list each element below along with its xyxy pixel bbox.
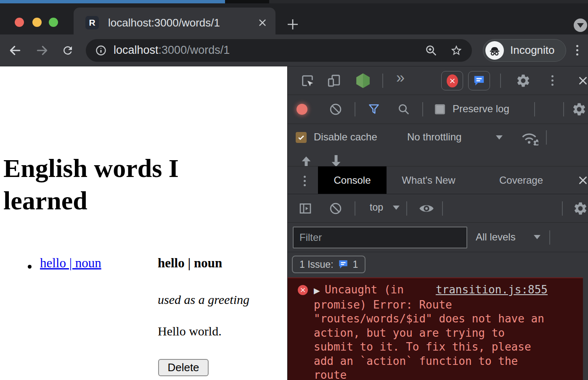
tab-title: localhost:3000/words/1: [108, 16, 258, 29]
devtools-main-toolbar: »: [288, 66, 588, 95]
devtools-settings-icon[interactable]: [516, 73, 531, 88]
har-buttons-row: [288, 151, 588, 166]
chevron-down-icon: [577, 23, 584, 28]
separator: [382, 74, 383, 88]
issues-bubble-icon: [473, 74, 485, 87]
separator: [549, 230, 550, 245]
network-settings-icon[interactable]: [572, 102, 587, 117]
devtools-menu-icon[interactable]: [551, 75, 554, 86]
issues-badge[interactable]: [468, 71, 490, 90]
new-tab-button[interactable]: [286, 18, 299, 31]
word-example: Hello world.: [158, 324, 222, 338]
delete-button[interactable]: Delete: [158, 359, 209, 376]
console-issues-row: 1 Issue: 1: [288, 252, 588, 277]
search-icon[interactable]: [397, 103, 410, 116]
separator: [355, 201, 355, 216]
console-settings-icon[interactable]: [573, 201, 588, 216]
drawer-menu-icon[interactable]: [304, 176, 306, 186]
log-levels-select[interactable]: All levels: [476, 231, 516, 243]
tab-coverage[interactable]: Coverage: [485, 166, 557, 194]
chevron-down-icon[interactable]: [393, 206, 400, 210]
preserve-log-label[interactable]: Preserve log: [453, 103, 509, 115]
nodejs-icon[interactable]: [355, 72, 371, 89]
error-count-badge[interactable]: [441, 71, 463, 90]
site-info-icon[interactable]: [95, 45, 107, 56]
console-filter-input[interactable]: [293, 227, 467, 248]
drawer-close-icon[interactable]: [577, 175, 588, 186]
context-selector[interactable]: top: [370, 202, 383, 213]
tab-search-button[interactable]: [574, 18, 587, 32]
console-error-entry: transition.js:855 ▶Uncaught (in promise)…: [288, 277, 588, 380]
disable-cache-label[interactable]: Disable cache: [314, 131, 377, 143]
browser-window: R localhost:3000/words/1: [0, 0, 588, 380]
fullscreen-window-button[interactable]: [49, 18, 58, 27]
tab-close-icon[interactable]: [258, 18, 267, 27]
separator: [500, 74, 501, 88]
separator: [442, 201, 443, 216]
page-content: English words I learned hello | noun hel…: [0, 66, 287, 380]
preserve-log-checkbox[interactable]: [435, 104, 445, 114]
issues-counter-button[interactable]: 1 Issue: 1: [292, 256, 366, 273]
address-bar[interactable]: localhost:3000/words/1: [86, 39, 472, 62]
check-icon: [297, 133, 305, 142]
more-panels-chevron[interactable]: »: [396, 69, 405, 87]
incognito-avatar: [485, 41, 504, 60]
network-conditions-row: Disable cache No throttling: [288, 124, 588, 151]
network-toolbar: Preserve log: [288, 95, 588, 124]
separator: [562, 201, 563, 216]
separator: [534, 102, 535, 116]
filter-funnel-icon[interactable]: [368, 103, 380, 115]
export-har-icon[interactable]: [330, 155, 342, 166]
browser-tab[interactable]: R localhost:3000/words/1: [74, 8, 275, 38]
incognito-badge[interactable]: Incognito: [483, 39, 566, 62]
record-button[interactable]: [297, 104, 307, 115]
url-host: localhost: [114, 44, 159, 56]
throttling-select[interactable]: No throttling: [407, 131, 461, 143]
word-definition: used as a greeting: [158, 293, 249, 307]
tab-strip: R localhost:3000/words/1: [0, 3, 588, 34]
issues-label: 1 Issue:: [299, 259, 334, 270]
error-level-icon: [298, 285, 308, 295]
error-source-link[interactable]: transition.js:855: [436, 283, 548, 297]
clear-console-icon[interactable]: [329, 202, 342, 215]
error-message-block: transition.js:855 ▶Uncaught (in promise)…: [314, 283, 548, 380]
word-detail-title: hello | noun: [158, 256, 222, 271]
list-bullet: [28, 265, 32, 269]
browser-menu-button[interactable]: [576, 45, 578, 55]
back-button[interactable]: [8, 44, 22, 57]
tab-whats-new[interactable]: What's New: [389, 166, 469, 194]
page-title: English words I learned: [3, 152, 239, 217]
separator: [546, 130, 547, 145]
close-window-button[interactable]: [15, 18, 24, 27]
console-filter-row: All levels: [288, 223, 588, 252]
network-conditions-icon[interactable]: [520, 129, 538, 145]
chevron-down-icon[interactable]: [496, 135, 503, 140]
devtools-close-icon[interactable]: [577, 75, 588, 86]
chevron-down-icon[interactable]: [534, 235, 540, 239]
console-scrollbar-gutter[interactable]: [583, 277, 588, 380]
expand-arrow-icon[interactable]: ▶: [314, 284, 325, 298]
console-sidebar-icon[interactable]: [299, 202, 312, 215]
inspect-element-icon[interactable]: [300, 74, 315, 88]
device-toolbar-icon[interactable]: [327, 74, 341, 88]
import-har-icon[interactable]: [300, 156, 313, 166]
error-icon: [447, 74, 458, 87]
desktop-sliver-dark: [225, 0, 269, 3]
devtools-panel: »: [287, 66, 588, 380]
zoom-icon[interactable]: [425, 44, 437, 57]
clear-network-icon[interactable]: [329, 103, 342, 116]
reload-button[interactable]: [61, 44, 74, 57]
live-expression-eye-icon[interactable]: [419, 203, 434, 214]
window-top-edge: [0, 0, 588, 3]
remix-favicon: R: [85, 16, 99, 29]
desktop-sliver-gray: [269, 0, 588, 3]
separator: [563, 102, 564, 116]
separator: [422, 102, 423, 116]
word-list-link[interactable]: hello | noun: [40, 256, 101, 271]
forward-button[interactable]: [35, 44, 49, 57]
disable-cache-checkbox[interactable]: [296, 132, 307, 143]
tab-console[interactable]: Console: [318, 166, 387, 194]
bookmark-star-icon[interactable]: [450, 44, 463, 57]
minimize-window-button[interactable]: [32, 18, 42, 27]
url-text: localhost:3000/words/1: [114, 44, 230, 57]
